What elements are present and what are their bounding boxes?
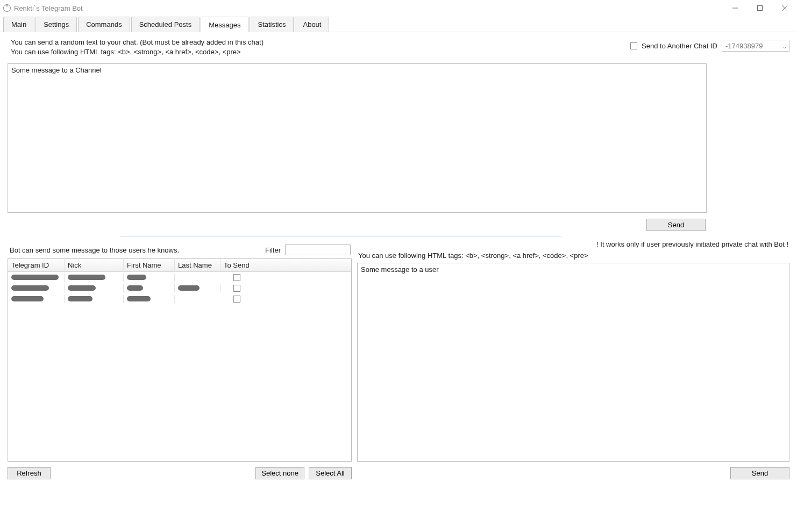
- send-channel-button[interactable]: Send: [646, 219, 706, 231]
- users-info-text: Bot can send some message to those users…: [10, 246, 179, 254]
- minimize-button[interactable]: [723, 0, 748, 16]
- users-table[interactable]: Telegram ID Nick First Name Last Name To…: [8, 258, 352, 462]
- row-send-checkbox[interactable]: [233, 296, 240, 303]
- close-button[interactable]: [772, 0, 797, 16]
- window-title: Renkti`s Telegram Bot: [14, 4, 83, 12]
- col-first-name[interactable]: First Name: [124, 259, 175, 272]
- table-header: Telegram ID Nick First Name Last Name To…: [8, 259, 351, 272]
- col-last-name[interactable]: Last Name: [175, 259, 220, 272]
- select-all-button[interactable]: Select All: [309, 467, 352, 479]
- upper-info-text: You can send a random text to your chat.…: [8, 38, 264, 57]
- user-message-input[interactable]: [357, 263, 789, 462]
- tab-bar: Main Settings Commands Scheduled Posts M…: [0, 16, 797, 32]
- tab-about[interactable]: About: [295, 17, 329, 32]
- row-send-checkbox[interactable]: [233, 285, 240, 292]
- table-row[interactable]: [8, 272, 351, 283]
- table-row[interactable]: [8, 293, 351, 304]
- chat-id-combo[interactable]: -174938979: [722, 40, 789, 52]
- chat-id-value: -174938979: [725, 42, 763, 50]
- upper-info-line1: You can send a random text to your chat.…: [11, 38, 264, 47]
- col-nick[interactable]: Nick: [65, 259, 124, 272]
- maximize-button[interactable]: [748, 0, 772, 16]
- col-telegram-id[interactable]: Telegram ID: [8, 259, 65, 272]
- tab-settings[interactable]: Settings: [35, 17, 77, 32]
- send-other-chat-row: Send to Another Chat ID -174938979: [630, 38, 789, 52]
- filter-input[interactable]: [285, 245, 351, 255]
- send-other-chat-label: Send to Another Chat ID: [642, 42, 717, 50]
- refresh-button[interactable]: Refresh: [8, 467, 51, 479]
- filter-label: Filter: [265, 246, 281, 254]
- chevron-down-icon: [782, 44, 787, 48]
- col-to-send[interactable]: To Send: [220, 259, 253, 272]
- private-chat-warning: ! It works only if user previously initi…: [357, 239, 789, 248]
- send-user-button[interactable]: Send: [730, 467, 789, 479]
- tab-messages[interactable]: Messages: [201, 17, 248, 32]
- send-other-chat-checkbox[interactable]: [630, 42, 637, 49]
- row-send-checkbox[interactable]: [233, 274, 240, 281]
- upper-info-line2: You can use following HTML tags: <b>, <s…: [11, 47, 264, 57]
- app-icon: [3, 4, 11, 12]
- tab-statistics[interactable]: Statistics: [250, 17, 294, 32]
- select-none-button[interactable]: Select none: [255, 467, 304, 479]
- table-row[interactable]: [8, 283, 351, 293]
- right-info-text: You can use following HTML tags: <b>, <s…: [357, 248, 789, 263]
- svg-rect-1: [758, 6, 763, 11]
- titlebar: Renkti`s Telegram Bot: [0, 0, 797, 16]
- tab-commands[interactable]: Commands: [78, 17, 130, 32]
- tab-main[interactable]: Main: [3, 17, 34, 32]
- channel-message-input[interactable]: [8, 63, 707, 213]
- tab-scheduled-posts[interactable]: Scheduled Posts: [131, 17, 200, 32]
